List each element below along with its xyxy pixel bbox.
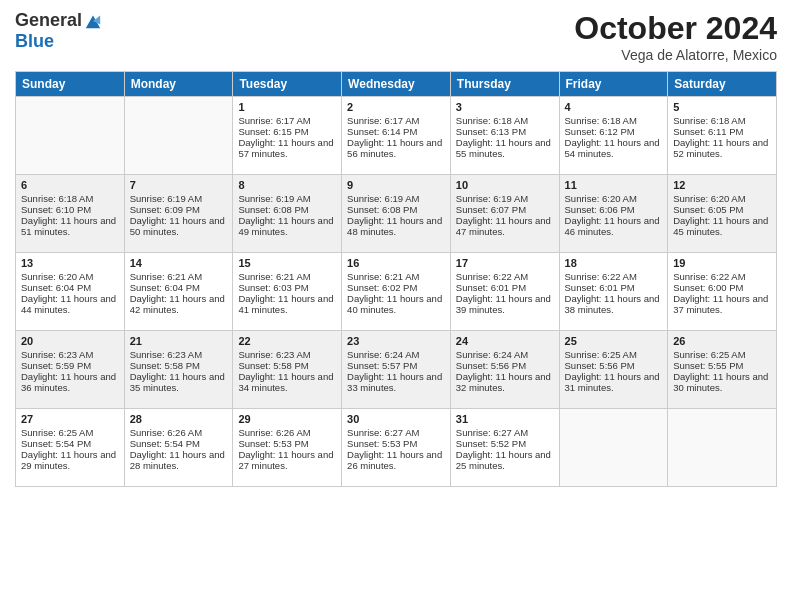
- calendar-page: General Blue October 2024 Vega de Alator…: [0, 0, 792, 612]
- day-number-17: 17: [456, 257, 554, 269]
- logo: General Blue: [15, 10, 102, 52]
- cell-1-5: 11Sunrise: 6:20 AM Sunset: 6:06 PM Dayli…: [559, 175, 668, 253]
- day-number-19: 19: [673, 257, 771, 269]
- day-number-2: 2: [347, 101, 445, 113]
- day-info-27: Sunrise: 6:25 AM Sunset: 5:54 PM Dayligh…: [21, 427, 119, 471]
- header-friday: Friday: [559, 72, 668, 97]
- cell-2-1: 14Sunrise: 6:21 AM Sunset: 6:04 PM Dayli…: [124, 253, 233, 331]
- main-title: October 2024: [574, 10, 777, 47]
- day-info-17: Sunrise: 6:22 AM Sunset: 6:01 PM Dayligh…: [456, 271, 554, 315]
- cell-0-4: 3Sunrise: 6:18 AM Sunset: 6:13 PM Daylig…: [450, 97, 559, 175]
- cell-3-5: 25Sunrise: 6:25 AM Sunset: 5:56 PM Dayli…: [559, 331, 668, 409]
- cell-4-2: 29Sunrise: 6:26 AM Sunset: 5:53 PM Dayli…: [233, 409, 342, 487]
- cell-1-3: 9Sunrise: 6:19 AM Sunset: 6:08 PM Daylig…: [342, 175, 451, 253]
- day-info-16: Sunrise: 6:21 AM Sunset: 6:02 PM Dayligh…: [347, 271, 445, 315]
- day-number-13: 13: [21, 257, 119, 269]
- cell-3-3: 23Sunrise: 6:24 AM Sunset: 5:57 PM Dayli…: [342, 331, 451, 409]
- day-number-27: 27: [21, 413, 119, 425]
- week-row-2: 13Sunrise: 6:20 AM Sunset: 6:04 PM Dayli…: [16, 253, 777, 331]
- cell-1-0: 6Sunrise: 6:18 AM Sunset: 6:10 PM Daylig…: [16, 175, 125, 253]
- day-info-12: Sunrise: 6:20 AM Sunset: 6:05 PM Dayligh…: [673, 193, 771, 237]
- calendar-table: Sunday Monday Tuesday Wednesday Thursday…: [15, 71, 777, 487]
- day-number-14: 14: [130, 257, 228, 269]
- day-info-18: Sunrise: 6:22 AM Sunset: 6:01 PM Dayligh…: [565, 271, 663, 315]
- day-info-10: Sunrise: 6:19 AM Sunset: 6:07 PM Dayligh…: [456, 193, 554, 237]
- cell-3-1: 21Sunrise: 6:23 AM Sunset: 5:58 PM Dayli…: [124, 331, 233, 409]
- cell-0-3: 2Sunrise: 6:17 AM Sunset: 6:14 PM Daylig…: [342, 97, 451, 175]
- day-info-25: Sunrise: 6:25 AM Sunset: 5:56 PM Dayligh…: [565, 349, 663, 393]
- day-number-16: 16: [347, 257, 445, 269]
- day-info-26: Sunrise: 6:25 AM Sunset: 5:55 PM Dayligh…: [673, 349, 771, 393]
- cell-4-5: [559, 409, 668, 487]
- cell-2-5: 18Sunrise: 6:22 AM Sunset: 6:01 PM Dayli…: [559, 253, 668, 331]
- day-info-24: Sunrise: 6:24 AM Sunset: 5:56 PM Dayligh…: [456, 349, 554, 393]
- cell-4-6: [668, 409, 777, 487]
- logo-general: General: [15, 10, 82, 31]
- day-info-28: Sunrise: 6:26 AM Sunset: 5:54 PM Dayligh…: [130, 427, 228, 471]
- day-info-19: Sunrise: 6:22 AM Sunset: 6:00 PM Dayligh…: [673, 271, 771, 315]
- day-info-5: Sunrise: 6:18 AM Sunset: 6:11 PM Dayligh…: [673, 115, 771, 159]
- day-info-20: Sunrise: 6:23 AM Sunset: 5:59 PM Dayligh…: [21, 349, 119, 393]
- day-info-1: Sunrise: 6:17 AM Sunset: 6:15 PM Dayligh…: [238, 115, 336, 159]
- day-number-29: 29: [238, 413, 336, 425]
- day-number-3: 3: [456, 101, 554, 113]
- cell-1-4: 10Sunrise: 6:19 AM Sunset: 6:07 PM Dayli…: [450, 175, 559, 253]
- cell-4-1: 28Sunrise: 6:26 AM Sunset: 5:54 PM Dayli…: [124, 409, 233, 487]
- cell-3-2: 22Sunrise: 6:23 AM Sunset: 5:58 PM Dayli…: [233, 331, 342, 409]
- day-number-21: 21: [130, 335, 228, 347]
- day-info-30: Sunrise: 6:27 AM Sunset: 5:53 PM Dayligh…: [347, 427, 445, 471]
- header-sunday: Sunday: [16, 72, 125, 97]
- day-number-20: 20: [21, 335, 119, 347]
- week-row-3: 20Sunrise: 6:23 AM Sunset: 5:59 PM Dayli…: [16, 331, 777, 409]
- cell-1-6: 12Sunrise: 6:20 AM Sunset: 6:05 PM Dayli…: [668, 175, 777, 253]
- cell-2-0: 13Sunrise: 6:20 AM Sunset: 6:04 PM Dayli…: [16, 253, 125, 331]
- day-info-9: Sunrise: 6:19 AM Sunset: 6:08 PM Dayligh…: [347, 193, 445, 237]
- cell-3-4: 24Sunrise: 6:24 AM Sunset: 5:56 PM Dayli…: [450, 331, 559, 409]
- day-number-4: 4: [565, 101, 663, 113]
- header-row: Sunday Monday Tuesday Wednesday Thursday…: [16, 72, 777, 97]
- cell-0-5: 4Sunrise: 6:18 AM Sunset: 6:12 PM Daylig…: [559, 97, 668, 175]
- cell-0-1: [124, 97, 233, 175]
- day-number-12: 12: [673, 179, 771, 191]
- day-info-13: Sunrise: 6:20 AM Sunset: 6:04 PM Dayligh…: [21, 271, 119, 315]
- logo-text: General: [15, 10, 102, 31]
- day-number-28: 28: [130, 413, 228, 425]
- header-thursday: Thursday: [450, 72, 559, 97]
- day-number-8: 8: [238, 179, 336, 191]
- cell-3-6: 26Sunrise: 6:25 AM Sunset: 5:55 PM Dayli…: [668, 331, 777, 409]
- day-info-6: Sunrise: 6:18 AM Sunset: 6:10 PM Dayligh…: [21, 193, 119, 237]
- cell-2-2: 15Sunrise: 6:21 AM Sunset: 6:03 PM Dayli…: [233, 253, 342, 331]
- cell-2-4: 17Sunrise: 6:22 AM Sunset: 6:01 PM Dayli…: [450, 253, 559, 331]
- day-info-11: Sunrise: 6:20 AM Sunset: 6:06 PM Dayligh…: [565, 193, 663, 237]
- cell-0-2: 1Sunrise: 6:17 AM Sunset: 6:15 PM Daylig…: [233, 97, 342, 175]
- day-number-31: 31: [456, 413, 554, 425]
- day-number-23: 23: [347, 335, 445, 347]
- day-number-26: 26: [673, 335, 771, 347]
- day-number-10: 10: [456, 179, 554, 191]
- day-info-21: Sunrise: 6:23 AM Sunset: 5:58 PM Dayligh…: [130, 349, 228, 393]
- week-row-0: 1Sunrise: 6:17 AM Sunset: 6:15 PM Daylig…: [16, 97, 777, 175]
- cell-1-1: 7Sunrise: 6:19 AM Sunset: 6:09 PM Daylig…: [124, 175, 233, 253]
- cell-4-4: 31Sunrise: 6:27 AM Sunset: 5:52 PM Dayli…: [450, 409, 559, 487]
- day-number-25: 25: [565, 335, 663, 347]
- cell-1-2: 8Sunrise: 6:19 AM Sunset: 6:08 PM Daylig…: [233, 175, 342, 253]
- cell-4-0: 27Sunrise: 6:25 AM Sunset: 5:54 PM Dayli…: [16, 409, 125, 487]
- day-info-31: Sunrise: 6:27 AM Sunset: 5:52 PM Dayligh…: [456, 427, 554, 471]
- cell-0-6: 5Sunrise: 6:18 AM Sunset: 6:11 PM Daylig…: [668, 97, 777, 175]
- day-number-18: 18: [565, 257, 663, 269]
- day-number-22: 22: [238, 335, 336, 347]
- day-number-7: 7: [130, 179, 228, 191]
- day-number-5: 5: [673, 101, 771, 113]
- day-number-6: 6: [21, 179, 119, 191]
- day-number-30: 30: [347, 413, 445, 425]
- day-info-7: Sunrise: 6:19 AM Sunset: 6:09 PM Dayligh…: [130, 193, 228, 237]
- cell-4-3: 30Sunrise: 6:27 AM Sunset: 5:53 PM Dayli…: [342, 409, 451, 487]
- week-row-4: 27Sunrise: 6:25 AM Sunset: 5:54 PM Dayli…: [16, 409, 777, 487]
- week-row-1: 6Sunrise: 6:18 AM Sunset: 6:10 PM Daylig…: [16, 175, 777, 253]
- day-info-4: Sunrise: 6:18 AM Sunset: 6:12 PM Dayligh…: [565, 115, 663, 159]
- subtitle: Vega de Alatorre, Mexico: [574, 47, 777, 63]
- title-block: October 2024 Vega de Alatorre, Mexico: [574, 10, 777, 63]
- day-number-11: 11: [565, 179, 663, 191]
- cell-0-0: [16, 97, 125, 175]
- logo-blue: Blue: [15, 31, 54, 52]
